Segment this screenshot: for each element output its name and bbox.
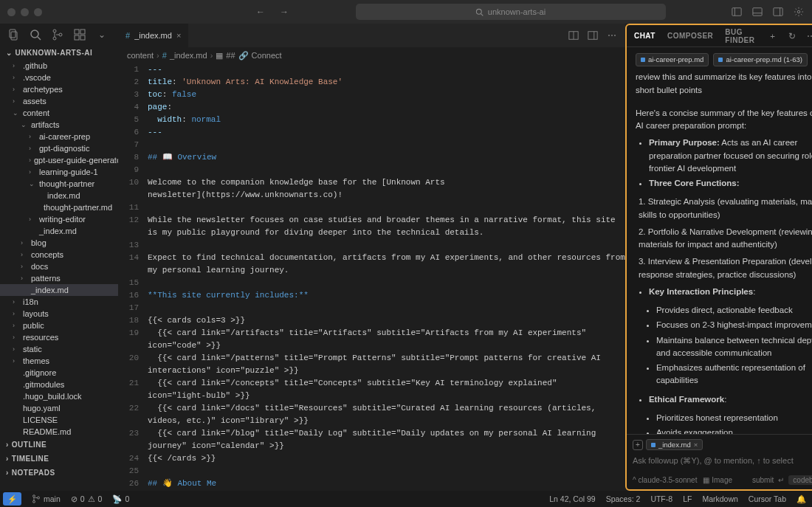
add-context-icon[interactable]: +: [633, 440, 643, 450]
file-index-md[interactable]: index.md: [0, 190, 118, 201]
context-chip[interactable]: ai-career-prep.md (1-63): [713, 53, 807, 66]
ports-indicator[interactable]: 📡 0: [112, 494, 129, 504]
cursor-position[interactable]: Ln 42, Col 99: [549, 494, 595, 504]
context-chip[interactable]: ai-career-prep.md: [636, 53, 709, 66]
list-item: 2. Portfolio & Narrative Development (re…: [639, 226, 812, 252]
list-item: Emphasizes authentic representation of c…: [656, 362, 812, 387]
file-README-md[interactable]: README.md: [0, 426, 118, 438]
chat-footer: ^ claude-3.5-sonnet ▦ Image submit ↵ cod…: [627, 472, 812, 489]
history-icon[interactable]: ↻: [786, 30, 798, 42]
codebase-button[interactable]: codebase ↵: [788, 475, 812, 485]
command-center[interactable]: unknown-arts-ai: [356, 4, 666, 20]
tab-label: _index.md: [134, 31, 172, 40]
timeline-header[interactable]: ›TIMELINE: [0, 452, 118, 466]
list-item: Focuses on 2-3 highest-impact improvemen…: [656, 319, 812, 331]
project-header[interactable]: ⌄ UNKNOWN-ARTS-AI: [0, 46, 118, 60]
tab-composer[interactable]: COMPOSER: [667, 32, 713, 40]
window-controls: [7, 8, 42, 16]
layout-secondary-icon[interactable]: [772, 6, 784, 18]
file-_index-md[interactable]: _index.md: [0, 284, 118, 296]
close-tab-icon[interactable]: ×: [176, 31, 181, 40]
file--gitignore[interactable]: .gitignore: [0, 367, 118, 379]
folder-assets[interactable]: ›assets: [0, 95, 118, 107]
outline-header[interactable]: ›OUTLINE: [0, 438, 118, 452]
folder-writing-editor[interactable]: ›writing-editor: [0, 213, 118, 225]
submit-button[interactable]: submit: [752, 476, 774, 484]
folder-learning-guide-1[interactable]: ›learning-guide-1: [0, 166, 118, 178]
folder-public[interactable]: ›public: [0, 320, 118, 331]
folder-content[interactable]: ⌄content: [0, 107, 118, 119]
new-chat-icon[interactable]: +: [767, 30, 779, 42]
folder-patterns[interactable]: ›patterns: [0, 272, 118, 284]
cursor-tab[interactable]: Cursor Tab: [749, 494, 786, 504]
folder--github[interactable]: ›.github: [0, 60, 118, 72]
nav-forward-icon[interactable]: →: [278, 6, 290, 18]
maximize-window-icon[interactable]: [34, 8, 42, 16]
folder-static[interactable]: ›static: [0, 343, 118, 355]
file-LICENSE[interactable]: LICENSE: [0, 414, 118, 426]
list-item: Avoids exaggeration: [656, 427, 812, 434]
user-message: review this and summarize its key featur…: [636, 71, 812, 97]
file-hugo-yaml[interactable]: hugo.yaml: [0, 402, 118, 414]
folder-blog[interactable]: ›blog: [0, 237, 118, 249]
notepads-header[interactable]: ›NOTEPADS: [0, 466, 118, 480]
list-item: Primary Purpose: Acts as an AI career pr…: [649, 137, 812, 175]
file--hugo_build-lock[interactable]: .hugo_build.lock: [0, 390, 118, 402]
model-selector[interactable]: ^ claude-3.5-sonnet: [633, 476, 698, 484]
svg-rect-12: [80, 30, 85, 34]
language-mode[interactable]: Markdown: [702, 494, 737, 504]
folder-layouts[interactable]: ›layouts: [0, 308, 118, 320]
folder-ai-career-prep[interactable]: ›ai-career-prep: [0, 131, 118, 142]
svg-rect-1: [732, 8, 741, 16]
list-item: 3. Interview & Presentation Preparation …: [639, 255, 812, 281]
chevron-down-icon[interactable]: ⌄: [96, 29, 108, 41]
settings-gear-icon[interactable]: [793, 6, 805, 18]
chat-input[interactable]: [633, 453, 812, 468]
folder-concepts[interactable]: ›concepts: [0, 249, 118, 261]
chat-more-icon[interactable]: ⋯: [805, 30, 812, 42]
folder-thought-partner[interactable]: ⌄thought-partner: [0, 178, 118, 190]
editor-body[interactable]: 1234567891011121314151617181920212223242…: [118, 63, 625, 491]
preview-icon[interactable]: [587, 30, 599, 41]
layout-primary-icon[interactable]: [731, 6, 743, 18]
folder-artifacts[interactable]: ⌄artifacts: [0, 119, 118, 131]
folder-resources[interactable]: ›resources: [0, 331, 118, 343]
notifications-icon[interactable]: 🔔: [796, 494, 806, 504]
breadcrumb[interactable]: content› #_index.md› ▦## 🔗Connect: [118, 47, 625, 63]
eol[interactable]: LF: [683, 494, 692, 504]
tab-index-md[interactable]: # _index.md ×: [118, 24, 189, 47]
context-chip[interactable]: _index.md×: [646, 439, 703, 450]
minimize-window-icon[interactable]: [21, 8, 29, 16]
folder-gpt-diagnostic[interactable]: ›gpt-diagnostic: [0, 142, 118, 154]
extensions-icon[interactable]: [74, 29, 86, 41]
tab-bugfinder[interactable]: BUG FINDER: [725, 28, 754, 44]
file--gitmodules[interactable]: .gitmodules: [0, 379, 118, 390]
svg-rect-3: [774, 8, 782, 16]
folder-docs[interactable]: ›docs: [0, 261, 118, 272]
split-editor-icon[interactable]: [568, 30, 579, 41]
svg-point-9: [53, 37, 56, 40]
problems-indicator[interactable]: ⊘ 0 ⚠ 0: [71, 494, 103, 503]
file-thought-partner-md[interactable]: thought-partner.md: [0, 201, 118, 213]
remote-button[interactable]: ⚡: [3, 492, 21, 506]
branch-indicator[interactable]: main: [32, 494, 61, 503]
tab-chat[interactable]: CHAT: [634, 32, 656, 40]
explorer-icon[interactable]: [7, 29, 19, 41]
layout-bottom-icon[interactable]: [751, 6, 763, 18]
close-window-icon[interactable]: [7, 8, 16, 16]
folder-i18n[interactable]: ›i18n: [0, 296, 118, 308]
more-actions-icon[interactable]: ⋯: [606, 30, 618, 41]
source-control-icon[interactable]: [52, 29, 63, 41]
image-button[interactable]: ▦ Image: [703, 476, 732, 484]
encoding[interactable]: UTF-8: [650, 494, 672, 504]
file-_index-md[interactable]: _index.md: [0, 225, 118, 237]
search-icon[interactable]: [30, 29, 41, 41]
folder--vscode[interactable]: ›.vscode: [0, 72, 118, 83]
folder-themes[interactable]: ›themes: [0, 355, 118, 367]
folder-archetypes[interactable]: ›archetypes: [0, 83, 118, 95]
folder-gpt-user-guide-generator[interactable]: ›gpt-user-guide-generator: [0, 154, 118, 166]
submit-arrow-icon[interactable]: ↵: [778, 476, 784, 484]
nav-back-icon[interactable]: ←: [255, 6, 266, 18]
svg-rect-11: [75, 30, 79, 34]
indentation[interactable]: Spaces: 2: [606, 494, 641, 504]
